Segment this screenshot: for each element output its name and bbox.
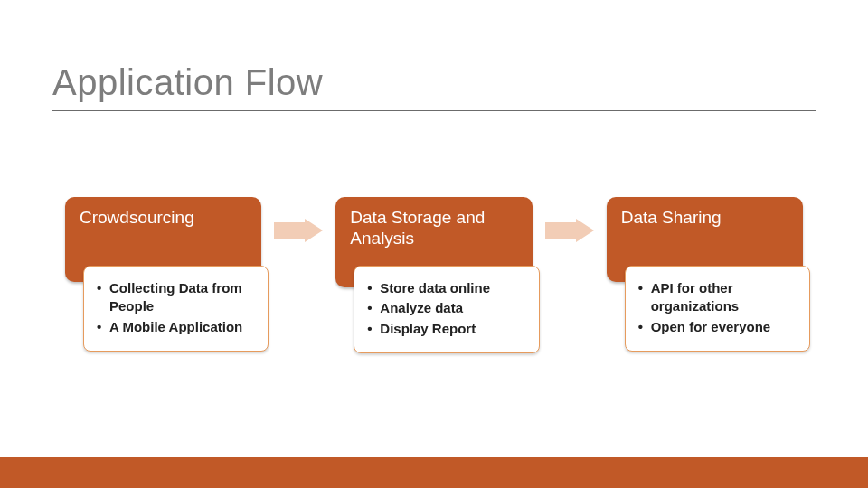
flow-arrow-icon — [545, 219, 594, 242]
stage-data-sharing: Data Sharing API for other organizations… — [607, 197, 803, 282]
title-rule — [52, 110, 816, 111]
bullet-item: Open for everyone — [638, 318, 797, 336]
stage-header-label: Data Sharing — [619, 206, 790, 232]
bullet-list: Store data online Analyze data Display R… — [367, 279, 525, 338]
bullet-item: A Mobile Application — [97, 318, 255, 336]
bullet-item: Store data online — [367, 279, 525, 297]
bullet-list: API for other organizations Open for eve… — [638, 279, 797, 336]
slide-title: Application Flow — [52, 63, 816, 110]
stage-body: API for other organizations Open for eve… — [625, 266, 810, 352]
flow-arrow-icon — [274, 219, 323, 242]
stage-body: Store data online Analyze data Display R… — [354, 266, 539, 353]
stage-storage-analysis: Data Storage and Analysis Store data onl… — [335, 197, 532, 287]
bullet-item: Analyze data — [367, 299, 525, 317]
bullet-item: Collecting Data from People — [97, 279, 255, 316]
svg-marker-0 — [274, 219, 323, 242]
bullet-item: API for other organizations — [638, 279, 797, 316]
footer-bar — [0, 457, 868, 488]
stage-crowdsourcing: Crowdsourcing Collecting Data from Peopl… — [65, 197, 261, 282]
stage-body: Collecting Data from People A Mobile App… — [83, 266, 269, 352]
svg-marker-1 — [545, 219, 594, 242]
stage-header-label: Crowdsourcing — [78, 206, 249, 232]
title-block: Application Flow — [52, 63, 816, 111]
stage-header-label: Data Storage and Analysis — [348, 206, 519, 253]
flow-row: Crowdsourcing Collecting Data from Peopl… — [65, 197, 803, 287]
bullet-item: Display Report — [367, 320, 525, 338]
bullet-list: Collecting Data from People A Mobile App… — [97, 279, 255, 336]
slide: Application Flow Crowdsourcing Collectin… — [0, 0, 868, 488]
